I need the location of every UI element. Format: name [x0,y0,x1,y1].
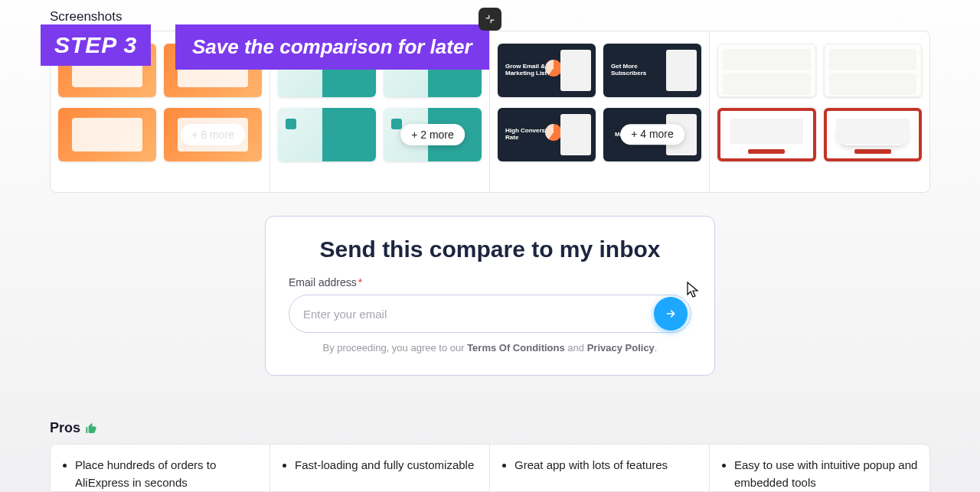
pros-item: Easy to use with intuitive popup and emb… [734,457,919,491]
cursor-icon [687,282,701,298]
email-capture-card: Send this compare to my inbox Email addr… [265,216,715,376]
pros-cell: Place hundreds of orders to AliExpress i… [51,445,270,491]
more-count-pill[interactable]: + 8 more [181,124,245,145]
thumb-caption: Get More Subscribers [611,64,671,77]
pros-item: Great app with lots of features [514,457,698,474]
email-input[interactable] [303,308,654,321]
screenshot-thumb[interactable]: + 8 more [164,108,262,161]
screenshot-thumb[interactable] [717,108,816,161]
arrow-right-icon [665,308,677,320]
submit-button[interactable] [654,297,688,331]
pros-grid: Place hundreds of orders to AliExpress i… [50,444,930,492]
email-label: Email address* [289,276,691,288]
thumbs-up-icon [85,422,97,435]
step-number-badge: STEP 3 [41,24,151,66]
screenshot-thumb[interactable]: Get More Subscribers [603,44,701,97]
pros-cell: Easy to use with intuitive popup and emb… [710,445,929,491]
screenshot-thumb[interactable]: High Conversion Rate [498,108,596,161]
pros-item: Fast-loading and fully customizable [295,457,479,474]
privacy-link[interactable]: Privacy Policy [587,342,655,354]
screenshot-thumb[interactable]: Grow Email & SMS Marketing List [498,44,596,97]
required-mark: * [358,276,362,288]
screenshot-thumb[interactable] [278,108,376,161]
step-caption-badge: Save the comparison for later [175,24,489,70]
screenshot-thumb[interactable] [58,108,156,161]
pros-cell: Fast-loading and fully customizable [270,445,490,491]
more-count-pill[interactable]: + 14 more [838,124,907,145]
pros-cell: Great app with lots of features [490,445,710,491]
pros-heading: Pros [50,420,930,436]
consent-text: By proceeding, you agree to our Terms Of… [289,342,691,354]
screenshot-thumb[interactable] [824,44,923,97]
terms-link[interactable]: Terms Of Conditions [467,342,565,354]
screenshot-thumb[interactable]: Match Your Brand + 4 more [603,108,701,161]
email-card-heading: Send this compare to my inbox [289,236,691,262]
pros-item: Place hundreds of orders to AliExpress i… [75,457,259,491]
collapse-icon[interactable] [479,8,501,31]
email-input-row [289,295,691,333]
screenshot-thumb[interactable]: + 2 more [384,108,482,161]
screenshot-thumb[interactable] [717,44,816,97]
more-count-pill[interactable]: + 4 more [620,124,684,145]
screenshots-column: Grow Email & SMS Marketing List Get More… [490,31,710,192]
screenshot-thumb[interactable]: + 14 more [824,108,923,161]
more-count-pill[interactable]: + 2 more [400,124,465,145]
screenshots-column: + 14 more [710,31,929,192]
